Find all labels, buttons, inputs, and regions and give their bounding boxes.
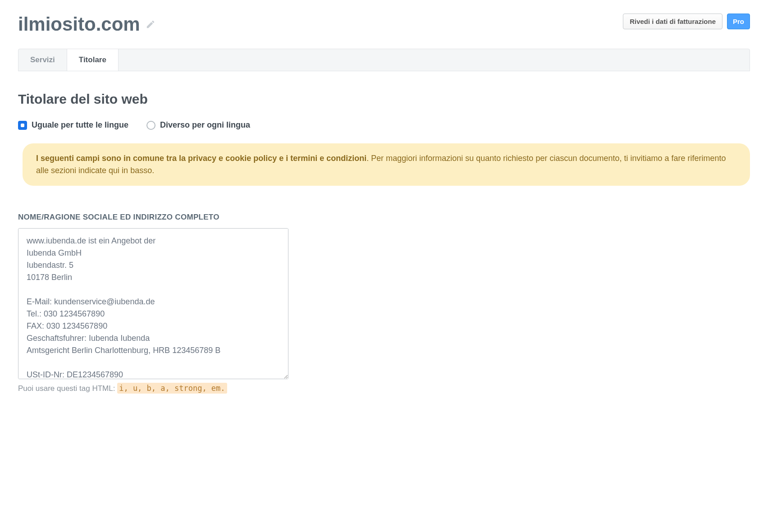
tabs: Servizi Titolare: [18, 49, 750, 71]
language-choice-row: Uguale per tutte le lingue Diverso per o…: [18, 120, 750, 130]
hint-tags: i, u, b, a, strong, em.: [117, 383, 227, 394]
page-title: ilmiosito.com: [18, 14, 140, 35]
notice-bold: I seguenti campi sono in comune tra la p…: [36, 154, 366, 163]
pro-button[interactable]: Pro: [727, 14, 750, 29]
radio-checked-icon: [18, 121, 27, 130]
section-title: Titolare del sito web: [18, 92, 750, 107]
radio-label: Uguale per tutte le lingue: [32, 120, 128, 130]
hint-prefix: Puoi usare questi tag HTML:: [18, 384, 117, 393]
tab-titolare[interactable]: Titolare: [67, 49, 119, 71]
owner-address-label: NOME/RAGIONE SOCIALE ED INDIRIZZO COMPLE…: [18, 213, 750, 222]
radio-same-all-languages[interactable]: Uguale per tutte le lingue: [18, 120, 128, 130]
info-notice: I seguenti campi sono in comune tra la p…: [23, 143, 750, 186]
header-actions: Rivedi i dati di fatturazione Pro: [623, 14, 750, 29]
owner-address-textarea[interactable]: [18, 228, 288, 379]
radio-unchecked-icon: [146, 121, 155, 130]
html-tags-hint: Puoi usare questi tag HTML: i, u, b, a, …: [18, 384, 750, 393]
radio-different-per-language[interactable]: Diverso per ogni lingua: [146, 120, 250, 130]
title-wrap: ilmiosito.com: [18, 14, 155, 35]
page-header: ilmiosito.com Rivedi i dati di fatturazi…: [18, 14, 750, 35]
tab-servizi[interactable]: Servizi: [18, 49, 67, 71]
edit-icon[interactable]: [146, 19, 155, 29]
radio-label: Diverso per ogni lingua: [160, 120, 250, 130]
billing-button[interactable]: Rivedi i dati di fatturazione: [623, 14, 722, 29]
